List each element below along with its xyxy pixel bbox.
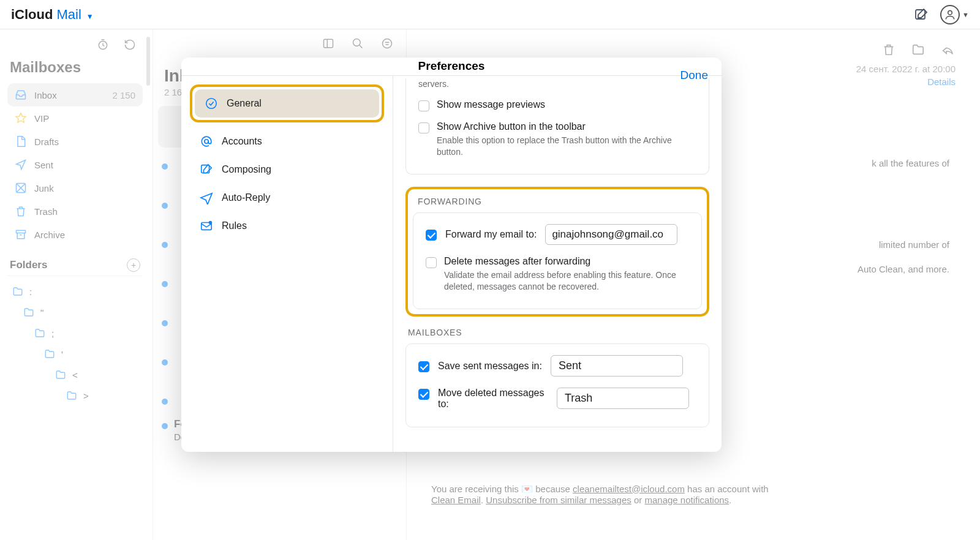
- brand-mail: Mail: [56, 7, 81, 23]
- pref-label: Show message previews: [437, 99, 696, 110]
- compose-icon[interactable]: [913, 7, 929, 23]
- nav-label: Auto-Reply: [222, 192, 270, 203]
- nav-rules[interactable]: Rules: [190, 212, 384, 240]
- account-menu[interactable]: ▼: [940, 5, 969, 24]
- checkbox-show-archive[interactable]: [418, 122, 429, 133]
- pref-label: Delete messages after forwarding: [444, 256, 689, 267]
- brand-caret-icon: ▼: [86, 12, 94, 21]
- checkbox-show-previews[interactable]: [418, 100, 429, 111]
- checkbox-delete-after-forward[interactable]: [426, 257, 437, 268]
- checkbox-move-deleted[interactable]: [418, 389, 429, 400]
- modal-content[interactable]: servers. Show message previews Show Arch…: [393, 76, 722, 452]
- preferences-modal: Preferences Done General Accounts Compos…: [181, 58, 722, 452]
- partial-text: servers.: [418, 78, 696, 90]
- brand-icloud: iCloud: [11, 7, 53, 23]
- pref-label: Move deleted messages to:: [438, 388, 548, 410]
- modal-header: Preferences Done: [181, 58, 722, 76]
- pref-section-top: servers. Show message previews Show Arch…: [405, 78, 709, 175]
- section-label-forwarding: FORWARDING: [418, 197, 697, 206]
- pref-help: Validate the email address before enabli…: [444, 269, 689, 293]
- nav-highlight-general: General: [190, 84, 384, 122]
- modal-nav: General Accounts Composing Auto-Reply Ru…: [181, 76, 393, 452]
- svg-point-8: [206, 98, 217, 108]
- checkbox-forward-email[interactable]: [426, 230, 437, 241]
- plane-icon: [200, 191, 213, 204]
- check-circle-icon: [205, 97, 218, 110]
- brand[interactable]: iCloud Mail ▼: [11, 7, 94, 23]
- svg-point-1: [948, 10, 952, 15]
- pref-label: Save sent messages in:: [438, 361, 542, 372]
- chevron-down-icon: ▼: [962, 11, 969, 18]
- forwarding-highlight: FORWARDING Forward my email to: Delete m…: [405, 187, 709, 317]
- compose-icon: [200, 163, 213, 176]
- pref-label: Forward my email to:: [445, 229, 537, 240]
- section-label-mailboxes: MAILBOXES: [408, 328, 707, 337]
- svg-point-12: [209, 220, 213, 224]
- pref-help: Enable this option to replace the Trash …: [437, 135, 696, 158]
- forward-email-input[interactable]: [545, 224, 677, 245]
- nav-label: Accounts: [222, 136, 262, 147]
- avatar-icon: [940, 5, 960, 24]
- nav-label: General: [227, 98, 262, 109]
- nav-label: Composing: [222, 164, 271, 175]
- pref-label: Show Archive button in the toolbar: [437, 121, 696, 132]
- nav-label: Rules: [222, 220, 247, 231]
- envelope-badge-icon: [200, 219, 213, 233]
- nav-autoreply[interactable]: Auto-Reply: [190, 184, 384, 212]
- save-sent-select[interactable]: Sent: [551, 355, 683, 377]
- nav-general[interactable]: General: [195, 89, 379, 118]
- at-icon: [200, 135, 213, 148]
- topbar-actions: ▼: [913, 5, 969, 24]
- modal-title: Preferences: [418, 59, 485, 73]
- nav-composing[interactable]: Composing: [190, 156, 384, 184]
- done-button[interactable]: Done: [680, 69, 708, 82]
- topbar: iCloud Mail ▼ ▼: [0, 0, 980, 29]
- svg-point-9: [205, 139, 208, 143]
- pref-section-mailboxes: Save sent messages in: Sent Move deleted…: [405, 343, 709, 427]
- checkbox-save-sent[interactable]: [418, 361, 429, 372]
- move-deleted-select[interactable]: Trash: [557, 388, 689, 409]
- nav-accounts[interactable]: Accounts: [190, 127, 384, 156]
